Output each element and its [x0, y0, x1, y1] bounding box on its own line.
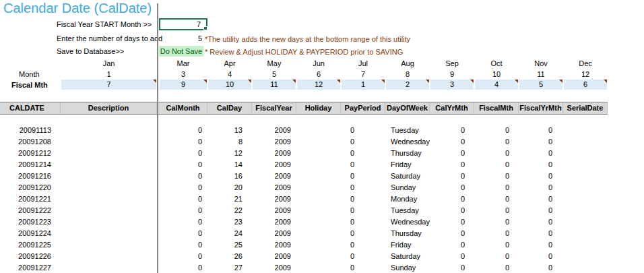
cell-fiscalmth[interactable]: 0	[474, 251, 519, 262]
cell-description[interactable]	[61, 228, 157, 239]
cell-fiscalyear[interactable]: 2009	[252, 205, 296, 216]
fiscal-month-cell[interactable]: 6	[563, 80, 608, 90]
cell-calmonth[interactable]: 0	[159, 193, 207, 205]
cell-fiscalmth[interactable]: 0	[474, 136, 519, 148]
cell-fiscalyear[interactable]: 2009	[252, 216, 296, 228]
cell-description[interactable]	[61, 125, 157, 136]
cell-fiscalyrmth[interactable]: 0	[519, 262, 563, 273]
cell-dayofweek[interactable]: Wednesday	[385, 216, 430, 228]
cell-fiscalyear[interactable]: 2009	[252, 148, 296, 159]
cell-calmonth[interactable]: 0	[159, 228, 207, 239]
cell-caldate[interactable]: 20091220	[0, 182, 61, 193]
column-header-payperiod[interactable]: PayPeriod	[341, 102, 385, 114]
cell-payperiod[interactable]: 0	[341, 239, 385, 251]
cell-fiscalyear[interactable]: 2009	[252, 182, 296, 193]
cell-calday[interactable]: 16	[207, 171, 252, 182]
cell-fiscalmth[interactable]: 0	[474, 159, 519, 171]
cell-holiday[interactable]	[296, 251, 341, 262]
cell-serialdate[interactable]	[563, 182, 608, 193]
cell-serialdate[interactable]	[563, 171, 608, 182]
cell-description[interactable]	[61, 171, 157, 182]
cell-calmonth[interactable]: 0	[159, 136, 207, 148]
cell-fiscalyrmth[interactable]: 0	[519, 193, 563, 205]
cell-serialdate[interactable]	[563, 262, 608, 273]
cell-description[interactable]	[61, 136, 157, 148]
cell-fiscalyear[interactable]: 2009	[252, 228, 296, 239]
cell-dayofweek[interactable]: Saturday	[385, 251, 430, 262]
cell-fiscalmth[interactable]: 0	[474, 125, 519, 136]
cell-fiscalmth[interactable]: 0	[474, 193, 519, 205]
cell-description[interactable]	[61, 193, 157, 205]
cell-calmonth[interactable]: 0	[159, 171, 207, 182]
cell-fiscalmth[interactable]: 0	[474, 239, 519, 251]
cell-fiscalmth[interactable]: 0	[474, 228, 519, 239]
cell-caldate[interactable]: 20091224	[0, 228, 61, 239]
cell-serialdate[interactable]	[563, 239, 608, 251]
cell-caldate[interactable]: 20091212	[0, 148, 61, 159]
cell-fiscalyrmth[interactable]: 0	[519, 159, 563, 171]
days-to-add-cell[interactable]: 5	[159, 33, 207, 44]
cell-calday[interactable]: 14	[207, 159, 252, 171]
cell-fiscalyear[interactable]: 2009	[252, 251, 296, 262]
cell-payperiod[interactable]: 0	[341, 159, 385, 171]
cell-payperiod[interactable]: 0	[341, 205, 385, 216]
cell-holiday[interactable]	[296, 239, 341, 251]
cell-dayofweek[interactable]: Friday	[385, 239, 430, 251]
cell-serialdate[interactable]	[563, 228, 608, 239]
cell-calday[interactable]: 12	[207, 148, 252, 159]
cell-holiday[interactable]	[296, 262, 341, 273]
cell-caldate[interactable]: 20091222	[0, 205, 61, 216]
cell-holiday[interactable]	[296, 182, 341, 193]
cell-fiscalyear[interactable]: 2009	[252, 193, 296, 205]
column-header-fiscalmth[interactable]: FiscalMth	[474, 102, 519, 114]
cell-payperiod[interactable]: 0	[341, 136, 385, 148]
cell-caldate[interactable]: 20091221	[0, 193, 61, 205]
cell-caldate[interactable]: 20091226	[0, 251, 61, 262]
cell-serialdate[interactable]	[563, 216, 608, 228]
cell-calyrmth[interactable]: 0	[430, 148, 474, 159]
cell-fiscalyear[interactable]: 2009	[252, 239, 296, 251]
cell-calyrmth[interactable]: 0	[430, 193, 474, 205]
cell-caldate[interactable]: 20091227	[0, 262, 61, 273]
cell-calday[interactable]: 27	[207, 262, 252, 273]
cell-fiscalyear[interactable]: 2009	[252, 171, 296, 182]
cell-calmonth[interactable]: 0	[159, 182, 207, 193]
cell-serialdate[interactable]	[563, 251, 608, 262]
cell-dayofweek[interactable]: Tuesday	[385, 125, 430, 136]
fiscal-start-month-cell[interactable]: 7	[159, 18, 207, 30]
cell-fiscalyrmth[interactable]: 0	[519, 136, 563, 148]
cell-calyrmth[interactable]: 0	[430, 125, 474, 136]
cell-fiscalmth[interactable]: 0	[474, 216, 519, 228]
cell-caldate[interactable]: 20091113	[0, 125, 61, 136]
cell-fiscalmth[interactable]: 0	[474, 262, 519, 273]
column-header-description[interactable]: Description	[61, 102, 157, 114]
fiscal-month-cell[interactable]: 10	[207, 80, 252, 90]
column-header-dayofweek[interactable]: DayOfWeek	[385, 102, 430, 114]
cell-fiscalmth[interactable]: 0	[474, 171, 519, 182]
cell-calmonth[interactable]: 0	[159, 239, 207, 251]
fiscal-month-cell[interactable]: 4	[474, 80, 519, 90]
fiscal-month-cell[interactable]: 12	[296, 80, 341, 90]
cell-description[interactable]	[61, 159, 157, 171]
cell-payperiod[interactable]: 0	[341, 125, 385, 136]
column-header-serialdate[interactable]: SerialDate	[563, 102, 608, 114]
cell-fiscalyrmth[interactable]: 0	[519, 182, 563, 193]
cell-description[interactable]	[61, 262, 157, 273]
fiscal-month-cell[interactable]: 11	[252, 80, 296, 90]
cell-calmonth[interactable]: 0	[159, 205, 207, 216]
cell-calyrmth[interactable]: 0	[430, 205, 474, 216]
cell-fiscalyrmth[interactable]: 0	[519, 171, 563, 182]
cell-calmonth[interactable]: 0	[159, 216, 207, 228]
cell-calyrmth[interactable]: 0	[430, 216, 474, 228]
cell-dayofweek[interactable]: Sunday	[385, 262, 430, 273]
cell-holiday[interactable]	[296, 148, 341, 159]
cell-fiscalyrmth[interactable]: 0	[519, 239, 563, 251]
cell-caldate[interactable]: 20091214	[0, 159, 61, 171]
cell-serialdate[interactable]	[563, 148, 608, 159]
cell-caldate[interactable]: 20091223	[0, 216, 61, 228]
cell-description[interactable]	[61, 251, 157, 262]
cell-payperiod[interactable]: 0	[341, 171, 385, 182]
cell-payperiod[interactable]: 0	[341, 148, 385, 159]
cell-caldate[interactable]: 20091216	[0, 171, 61, 182]
fiscal-month-cell[interactable]: 2	[385, 80, 430, 90]
